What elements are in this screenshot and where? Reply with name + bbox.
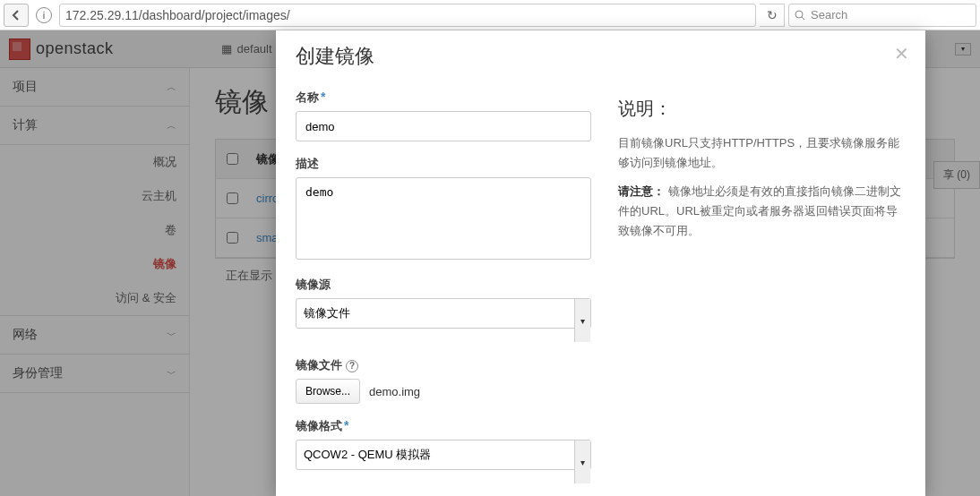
search-icon — [795, 10, 805, 21]
create-image-modal: ✕ 创建镜像 名称* 描述 demo 镜像源 ▾ 镜像文件? Browse...… — [276, 30, 925, 496]
svg-line-1 — [802, 17, 804, 20]
name-input[interactable] — [296, 111, 591, 141]
required-mark: * — [344, 418, 348, 432]
help-title: 说明： — [618, 97, 906, 121]
back-button[interactable] — [4, 4, 29, 27]
browser-search[interactable]: Search — [788, 4, 976, 27]
modal-title: 创建镜像 — [296, 43, 591, 70]
source-label: 镜像源 — [296, 277, 591, 293]
help-icon[interactable]: ? — [346, 360, 358, 372]
close-icon[interactable]: ✕ — [894, 43, 909, 64]
search-placeholder: Search — [811, 8, 847, 21]
required-mark: * — [321, 90, 325, 104]
description-input[interactable]: demo — [296, 177, 591, 260]
name-label: 名称* — [296, 90, 591, 106]
format-label: 镜像格式* — [296, 418, 591, 434]
info-icon[interactable]: i — [36, 7, 52, 23]
format-select[interactable] — [296, 440, 591, 470]
selected-file-name: demo.img — [369, 385, 420, 398]
description-label: 描述 — [296, 156, 591, 172]
help-text: 请注意： 镜像地址必须是有效的直接指向镜像二进制文件的URL。URL被重定向或者… — [618, 182, 906, 241]
url-bar[interactable]: 172.25.29.11/dashboard/project/images/ — [59, 4, 756, 27]
browser-toolbar: i 172.25.29.11/dashboard/project/images/… — [0, 0, 980, 30]
source-select[interactable] — [296, 298, 591, 329]
reload-button[interactable]: ↻ — [760, 4, 785, 27]
modal-help: 说明： 目前镜像URL只支持HTTP/HTTPS，且要求镜像服务能够访问到镜像地… — [618, 43, 906, 496]
browse-button[interactable]: Browse... — [296, 379, 360, 404]
help-text: 目前镜像URL只支持HTTP/HTTPS，且要求镜像服务能够访问到镜像地址。 — [618, 133, 906, 173]
file-label: 镜像文件? — [296, 357, 591, 373]
svg-point-0 — [795, 11, 803, 18]
arrow-left-icon — [10, 9, 22, 21]
modal-form: 创建镜像 名称* 描述 demo 镜像源 ▾ 镜像文件? Browse... d… — [296, 43, 591, 496]
